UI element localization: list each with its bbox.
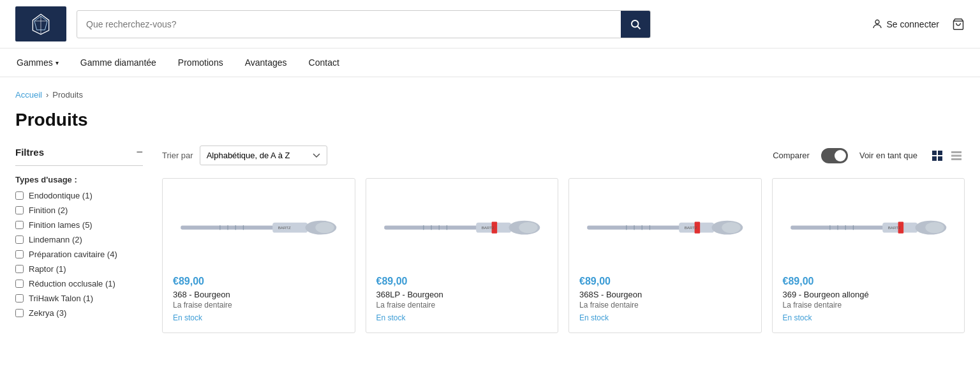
product-name: 369 - Bourgeon allongé [783, 290, 954, 299]
sort-label: Trier par [162, 151, 193, 160]
filter-title: Filtres [15, 147, 44, 158]
nav-avantages[interactable]: Avantages [244, 49, 288, 77]
product-price: €89,00 [376, 276, 548, 287]
search-button[interactable] [621, 11, 650, 38]
filter-checkbox[interactable] [15, 191, 24, 200]
breadcrumb: Accueil › Produits [15, 90, 965, 100]
svg-rect-13 [951, 154, 961, 156]
product-image: BARTZ [376, 189, 548, 265]
svg-rect-49 [829, 225, 830, 230]
filter-item-label: Zekrya (3) [29, 308, 66, 318]
svg-rect-50 [837, 225, 838, 230]
logo[interactable] [15, 6, 66, 41]
filter-checkbox[interactable] [15, 309, 24, 317]
compare-toggle[interactable] [821, 148, 848, 163]
svg-rect-41 [642, 225, 642, 230]
svg-rect-8 [932, 151, 937, 155]
filter-item[interactable]: Finition (2) [15, 205, 143, 215]
nav-gamme-diamantee[interactable]: Gamme diamantée [79, 49, 158, 77]
product-price: €89,00 [579, 276, 751, 287]
search-bar [77, 10, 651, 38]
svg-rect-14 [951, 158, 961, 160]
filter-header: Filtres − [15, 146, 143, 166]
filter-item-label: Finition lames (5) [29, 220, 93, 230]
product-brand: La fraise dentaire [173, 301, 345, 310]
view-toggle [929, 147, 965, 164]
product-card[interactable]: BARTZ €89,00 369 - Bourgeon allongé La f… [772, 178, 965, 333]
filter-item-label: Raptor (1) [29, 264, 66, 274]
view-grid-btn[interactable] [929, 147, 946, 164]
filter-section-title: Types d'usage : [15, 175, 143, 184]
svg-rect-30 [431, 225, 431, 230]
svg-rect-21 [235, 225, 236, 230]
view-list-btn[interactable] [948, 147, 965, 164]
product-image: BARTZ [579, 189, 751, 265]
svg-point-4 [632, 20, 639, 27]
breadcrumb-home[interactable]: Accueil [15, 90, 42, 100]
login-label: Se connecter [887, 19, 940, 29]
sort-select[interactable]: Alphabétique, de A à ZAlphabétique, de Z… [200, 146, 327, 165]
filter-checkbox[interactable] [15, 280, 24, 288]
svg-rect-9 [938, 151, 942, 155]
svg-point-18 [315, 222, 334, 233]
product-stock: En stock [376, 313, 548, 322]
nav-promotions[interactable]: Promotions [177, 49, 225, 77]
view-label: Voir en tant que [859, 151, 917, 160]
filter-checkbox[interactable] [15, 250, 24, 258]
product-name: 368 - Bourgeon [173, 290, 345, 299]
svg-line-5 [637, 26, 640, 29]
filter-item[interactable]: Lindemann (2) [15, 235, 143, 244]
site-header: Se connecter [0, 0, 980, 49]
svg-text:BARTZ: BARTZ [278, 225, 291, 230]
header-actions: Se connecter [872, 18, 965, 31]
nav-gammes[interactable]: Gammes ▾ [15, 49, 60, 77]
sidebar: Filtres − Types d'usage : Endodontique (… [15, 146, 143, 333]
filter-item[interactable]: Endodontique (1) [15, 191, 143, 200]
svg-rect-20 [227, 225, 228, 230]
product-card[interactable]: BARTZ €89,00 368 - Bourgeon La fraise de… [162, 178, 355, 333]
filter-checkbox[interactable] [15, 294, 24, 303]
filter-item-label: Finition (2) [29, 205, 68, 215]
svg-rect-32 [446, 225, 447, 230]
breadcrumb-current: Produits [52, 90, 83, 100]
filter-checkbox[interactable] [15, 206, 24, 214]
product-stock: En stock [173, 313, 345, 322]
filter-item[interactable]: Réduction occlusale (1) [15, 279, 143, 288]
product-brand: La fraise dentaire [783, 301, 954, 310]
svg-rect-39 [626, 225, 627, 230]
filter-collapse-btn[interactable]: − [136, 146, 143, 159]
product-card[interactable]: BARTZ €89,00 368S - Bourgeon La fraise d… [568, 178, 762, 333]
svg-rect-29 [423, 225, 424, 230]
svg-point-48 [925, 222, 944, 233]
nav-contact[interactable]: Contact [308, 49, 341, 77]
products-toolbar: Trier par Alphabétique, de A à ZAlphabét… [162, 146, 965, 165]
svg-point-28 [519, 222, 537, 233]
svg-rect-24 [384, 226, 477, 230]
cart-link[interactable] [952, 18, 965, 31]
filter-item[interactable]: Finition lames (5) [15, 220, 143, 230]
filter-items: Endodontique (1)Finition (2)Finition lam… [15, 191, 143, 318]
svg-point-6 [875, 20, 879, 24]
login-link[interactable]: Se connecter [872, 19, 940, 30]
main-content: Accueil › Produits Produits Filtres − Ty… [0, 77, 980, 346]
product-stock: En stock [783, 313, 954, 322]
filter-item-label: Réduction occlusale (1) [29, 279, 115, 288]
filter-item[interactable]: Zekrya (3) [15, 308, 143, 318]
svg-rect-31 [438, 225, 439, 230]
search-input[interactable] [77, 13, 621, 36]
svg-text:BARTZ: BARTZ [887, 225, 900, 230]
filter-checkbox[interactable] [15, 221, 24, 229]
compare-label: Comparer [773, 151, 810, 160]
product-stock: En stock [579, 313, 751, 322]
filter-checkbox[interactable] [15, 265, 24, 273]
filter-item[interactable]: Raptor (1) [15, 264, 143, 274]
product-card[interactable]: BARTZ €89,00 368LP - Bourgeon La fraise … [366, 178, 559, 333]
filter-item[interactable]: Préparation cavitaire (4) [15, 250, 143, 259]
toolbar-right: Comparer Voir en tant que [773, 147, 965, 164]
svg-rect-40 [634, 225, 634, 230]
filter-checkbox[interactable] [15, 235, 24, 244]
filter-item[interactable]: TriHawk Talon (1) [15, 294, 143, 303]
svg-text:BARTZ: BARTZ [481, 225, 494, 230]
svg-rect-34 [587, 226, 680, 230]
svg-rect-51 [845, 225, 845, 230]
